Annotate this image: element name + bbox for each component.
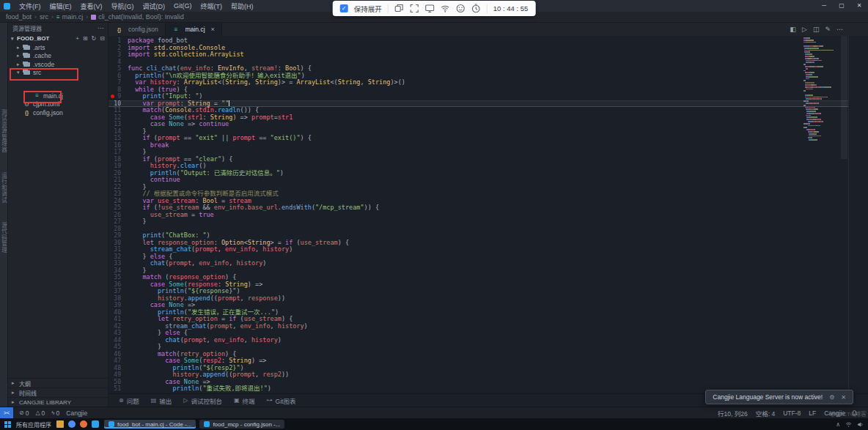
code-line[interactable]: 49 history.append((prompt, resp2)) xyxy=(108,371,868,379)
tasks-indicator[interactable]: ϟ0 xyxy=(51,409,59,417)
code-line[interactable]: 15 if (prompt == "exit" || prompt == "ex… xyxy=(108,135,868,142)
tab-git-graph[interactable]: ⊶Git图表 xyxy=(267,396,296,405)
tree-item-cjpm.toml[interactable]: ⚙cjpm.toml xyxy=(8,100,108,109)
line-number[interactable]: 24 xyxy=(108,198,128,205)
menu-item[interactable]: 调试(D) xyxy=(139,1,170,11)
gear-icon[interactable]: ⚙ xyxy=(829,394,834,401)
close-icon[interactable]: ✕ xyxy=(841,394,846,401)
code-line[interactable]: 38 history.append((prompt, response)) xyxy=(108,295,868,303)
indentation[interactable]: 空格: 4 xyxy=(756,409,775,418)
line-number[interactable]: 45 xyxy=(108,344,128,351)
line-number[interactable]: 35 xyxy=(108,274,128,281)
activity-view-label[interactable]: 源代码管理 xyxy=(0,222,8,253)
menu-item[interactable]: 终端(T) xyxy=(196,1,227,11)
line-number[interactable]: 10 xyxy=(108,100,128,108)
line-number[interactable]: 12 xyxy=(108,114,128,122)
line-number[interactable]: 34 xyxy=(108,267,128,275)
line-number[interactable]: 30 xyxy=(108,240,128,247)
taskbar-window[interactable]: food_mcp - config.json -... xyxy=(199,420,284,429)
scrollbar[interactable] xyxy=(841,36,847,159)
code-line[interactable]: 3import std.collection.ArrayList xyxy=(108,51,868,59)
more-actions-icon[interactable]: ⋯ xyxy=(98,25,103,31)
start-label[interactable]: 所有应用程序 xyxy=(16,420,51,429)
line-number[interactable]: 6 xyxy=(108,73,128,80)
start-button[interactable] xyxy=(4,421,11,428)
more-actions-icon[interactable]: ⋯ xyxy=(836,23,843,36)
errors-indicator[interactable]: ⊘0 xyxy=(19,409,29,417)
tab-output[interactable]: ▤输出 xyxy=(151,396,172,405)
line-number[interactable]: 47 xyxy=(108,357,128,365)
collapse-all-icon[interactable]: ⊟ xyxy=(100,34,105,43)
line-number[interactable]: 11 xyxy=(108,107,128,114)
refresh-icon[interactable]: ↻ xyxy=(92,34,97,43)
line-number[interactable]: 8 xyxy=(108,86,128,94)
breadcrumb-item[interactable]: ≡main.cj xyxy=(56,13,83,21)
line-number[interactable]: 32 xyxy=(108,253,128,261)
tab-debug-console[interactable]: ▷调试控制台 xyxy=(183,396,222,405)
line-number[interactable]: 28 xyxy=(108,226,128,233)
code-line[interactable]: 25 if (!use_stream && env_info.base_url.… xyxy=(108,204,868,212)
line-number[interactable]: 44 xyxy=(108,337,128,344)
line-number[interactable]: 27 xyxy=(108,218,128,226)
line-number[interactable]: 23 xyxy=(108,190,128,198)
menu-item[interactable]: 编辑(E) xyxy=(45,1,76,11)
code-line[interactable]: 16 break xyxy=(108,142,868,149)
line-number[interactable]: 37 xyxy=(108,288,128,295)
tab-config.json[interactable]: {}config.json xyxy=(108,23,166,36)
code-line[interactable]: 31 stream_chat(prompt, env_info, history… xyxy=(108,246,868,253)
keep-expanded-checkbox[interactable]: ✓ xyxy=(340,4,348,12)
breadcrumb-item[interactable]: src xyxy=(40,13,48,21)
code-line[interactable]: 21 continue xyxy=(108,177,868,184)
breadcrumb-item[interactable]: cli_chat(Invalid, Bool): Invalid xyxy=(91,13,184,21)
tab-problems[interactable]: ⊗问题 xyxy=(119,396,139,405)
line-number[interactable]: 38 xyxy=(108,295,128,303)
tree-item-.vscode[interactable]: ▸.vscode xyxy=(8,60,108,69)
line-number[interactable]: 19 xyxy=(108,163,128,170)
code-line[interactable]: 44 chat(prompt, env_info, history) xyxy=(108,337,868,344)
new-folder-icon[interactable]: ⊞ xyxy=(83,34,88,43)
activity-view-label[interactable]: 测试资源管理器 xyxy=(0,109,8,153)
vscode-icon[interactable] xyxy=(92,420,99,428)
code-line[interactable]: 7 var history: ArrayList<(String, String… xyxy=(108,79,868,86)
line-number[interactable]: 18 xyxy=(108,156,128,163)
code-editor[interactable]: 1package food_bot2import std.console.Con… xyxy=(108,36,868,393)
volume-icon[interactable] xyxy=(857,421,864,428)
code-line[interactable]: 18 if (prompt == "clear") { xyxy=(108,156,868,163)
line-number[interactable]: 17 xyxy=(108,149,128,156)
line-number[interactable]: 20 xyxy=(108,170,128,177)
firefox-icon[interactable] xyxy=(80,420,87,428)
fullscreen-icon[interactable] xyxy=(410,4,419,13)
run-icon[interactable]: ▷ xyxy=(802,23,807,36)
line-number[interactable]: 4 xyxy=(108,59,128,66)
line-number[interactable]: 1 xyxy=(108,37,128,45)
eol[interactable]: LF xyxy=(809,409,816,417)
line-number[interactable]: 51 xyxy=(108,385,128,393)
line-number[interactable]: 33 xyxy=(108,260,128,267)
line-number[interactable]: 14 xyxy=(108,128,128,136)
line-number[interactable]: 42 xyxy=(108,323,128,330)
tree-item-config.json[interactable]: {}config.json xyxy=(8,108,108,117)
line-number[interactable]: 31 xyxy=(108,246,128,253)
menu-item[interactable]: 文件(F) xyxy=(15,1,45,11)
hidden-icons-chevron-icon[interactable]: ∧ xyxy=(836,421,840,428)
tab-terminal[interactable]: ▣终端 xyxy=(234,396,255,405)
code-line[interactable]: 8 while (true) { xyxy=(108,86,868,94)
window-icon[interactable] xyxy=(394,4,404,13)
maximize-button[interactable]: ▢ xyxy=(833,0,850,12)
line-number[interactable]: 49 xyxy=(108,371,128,379)
activity-view-label[interactable]: 运行和调试 xyxy=(0,172,8,204)
minimize-button[interactable]: ─ xyxy=(815,0,833,12)
tab-main.cj[interactable]: ≡main.cj× xyxy=(166,23,222,36)
line-number[interactable]: 7 xyxy=(108,79,128,86)
warnings-indicator[interactable]: △0 xyxy=(35,409,45,417)
code-line[interactable]: 42 stream_chat(prompt, env_info, history… xyxy=(108,323,868,330)
split-editor-icon[interactable]: ◫ xyxy=(813,23,820,36)
display-icon[interactable] xyxy=(425,4,435,13)
new-file-icon[interactable]: + xyxy=(76,34,79,43)
line-number[interactable]: 48 xyxy=(108,365,128,372)
menu-item[interactable]: 帮助(H) xyxy=(227,1,258,11)
line-number[interactable]: 29 xyxy=(108,232,128,240)
line-number[interactable]: 13 xyxy=(108,121,128,128)
line-number[interactable]: 5 xyxy=(108,65,128,73)
line-number[interactable]: 22 xyxy=(108,184,128,191)
